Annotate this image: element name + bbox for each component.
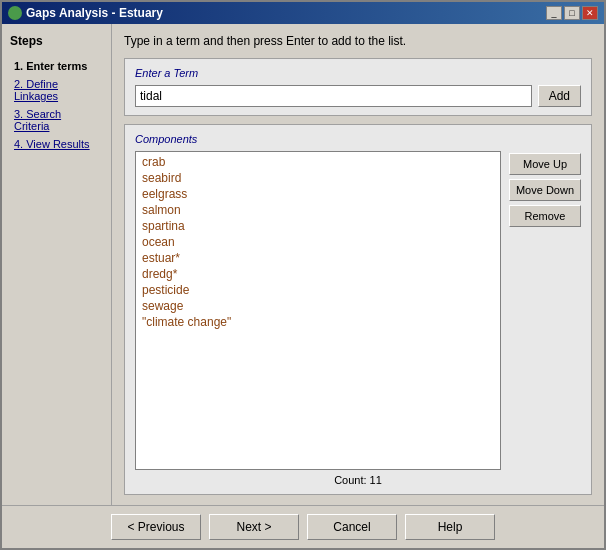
move-down-button[interactable]: Move Down — [509, 179, 581, 201]
list-item[interactable]: "climate change" — [138, 314, 498, 330]
window-body: Steps 1. Enter terms 2. Define Linkages … — [2, 24, 604, 505]
components-label: Components — [135, 133, 581, 145]
sidebar-item-step4[interactable]: 4. View Results — [10, 136, 103, 152]
minimize-button[interactable]: _ — [546, 6, 562, 20]
list-item[interactable]: eelgrass — [138, 186, 498, 202]
instruction-text: Type in a term and then press Enter to a… — [124, 34, 592, 48]
enter-term-label: Enter a Term — [135, 67, 581, 79]
components-body: crabseabirdeelgrasssalmonspartinaoceanes… — [135, 151, 581, 470]
previous-button[interactable]: < Previous — [111, 514, 201, 540]
title-bar-left: Gaps Analysis - Estuary — [8, 6, 163, 20]
title-bar-buttons: _ □ ✕ — [546, 6, 598, 20]
list-item[interactable]: ocean — [138, 234, 498, 250]
list-buttons: Move Up Move Down Remove — [509, 151, 581, 470]
list-item[interactable]: pesticide — [138, 282, 498, 298]
cancel-button[interactable]: Cancel — [307, 514, 397, 540]
list-item[interactable]: dredg* — [138, 266, 498, 282]
remove-button[interactable]: Remove — [509, 205, 581, 227]
term-input-row: Add — [135, 85, 581, 107]
list-item[interactable]: seabird — [138, 170, 498, 186]
maximize-button[interactable]: □ — [564, 6, 580, 20]
count-row: Count: 11 — [135, 470, 581, 486]
sidebar-item-step2[interactable]: 2. Define Linkages — [10, 76, 103, 104]
components-section: Components crabseabirdeelgrasssalmonspar… — [124, 124, 592, 495]
footer: < Previous Next > Cancel Help — [2, 505, 604, 548]
list-item[interactable]: estuar* — [138, 250, 498, 266]
sidebar-item-step1[interactable]: 1. Enter terms — [10, 58, 103, 74]
close-button[interactable]: ✕ — [582, 6, 598, 20]
list-item[interactable]: spartina — [138, 218, 498, 234]
term-input[interactable] — [135, 85, 532, 107]
help-button[interactable]: Help — [405, 514, 495, 540]
window-title: Gaps Analysis - Estuary — [26, 6, 163, 20]
title-bar: Gaps Analysis - Estuary _ □ ✕ — [2, 2, 604, 24]
add-button[interactable]: Add — [538, 85, 581, 107]
list-item[interactable]: sewage — [138, 298, 498, 314]
sidebar-item-step3[interactable]: 3. Search Criteria — [10, 106, 103, 134]
enter-term-group: Enter a Term Add — [124, 58, 592, 116]
list-item[interactable]: salmon — [138, 202, 498, 218]
sidebar: Steps 1. Enter terms 2. Define Linkages … — [2, 24, 112, 505]
components-listbox[interactable]: crabseabirdeelgrasssalmonspartinaoceanes… — [135, 151, 501, 470]
move-up-button[interactable]: Move Up — [509, 153, 581, 175]
list-item[interactable]: crab — [138, 154, 498, 170]
main-window: Gaps Analysis - Estuary _ □ ✕ Steps 1. E… — [0, 0, 606, 550]
sidebar-title: Steps — [10, 34, 103, 48]
next-button[interactable]: Next > — [209, 514, 299, 540]
window-icon — [8, 6, 22, 20]
main-content: Type in a term and then press Enter to a… — [112, 24, 604, 505]
